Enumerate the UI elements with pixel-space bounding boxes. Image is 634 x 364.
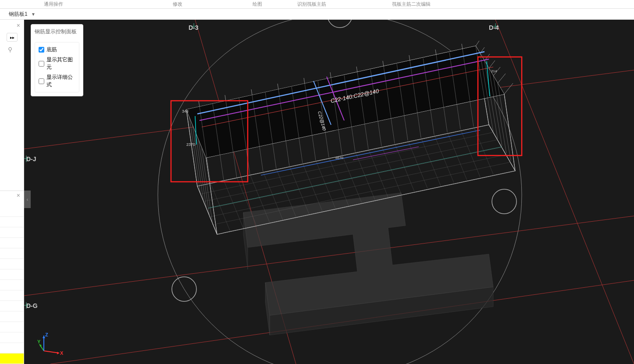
sidebar-top-panel: × ▸▸ ⚲ — [0, 20, 24, 191]
svg-line-68 — [356, 67, 357, 72]
table-row[interactable] — [0, 301, 24, 311]
checkbox-label: 显示详细公式 — [46, 74, 75, 88]
tab-dropdown-icon[interactable]: ▼ — [31, 12, 36, 17]
svg-line-65 — [278, 84, 278, 89]
svg-line-5 — [495, 20, 634, 364]
svg-line-119 — [44, 351, 59, 353]
table-row[interactable] — [0, 259, 24, 269]
svg-line-67 — [330, 72, 331, 78]
svg-line-98 — [447, 132, 467, 180]
checkbox-other-elements[interactable]: 显示其它图元 — [39, 56, 75, 71]
svg-line-66 — [304, 78, 305, 84]
3d-scene: C22-140:C22@140 C22@140 344 2370 8670 21… — [24, 20, 634, 364]
table-row[interactable] — [0, 248, 24, 259]
svg-line-108 — [353, 147, 419, 160]
axis-label-d3: D-3 — [189, 24, 199, 31]
svg-line-94 — [395, 143, 414, 191]
menu-modify[interactable]: 修改 — [173, 1, 182, 7]
svg-line-64 — [251, 89, 252, 95]
menu-general[interactable]: 通用操作 — [44, 1, 63, 7]
svg-marker-120 — [57, 352, 59, 354]
svg-line-90 — [342, 155, 362, 203]
table-row[interactable] — [0, 343, 24, 353]
svg-text:214: 214 — [491, 69, 497, 73]
tab-item[interactable]: 钢筋板1 ▼ — [2, 9, 42, 19]
checkbox-input[interactable] — [39, 47, 44, 53]
axis-label-dg: D-G — [26, 302, 38, 309]
svg-point-1 — [328, 20, 352, 28]
svg-line-97 — [434, 134, 454, 183]
table-row-selected[interactable] — [0, 353, 24, 364]
svg-line-55 — [476, 41, 479, 46]
3d-viewport[interactable]: 钢筋显示控制面板 底筋 显示其它图元 显示详细公式 ‹ D-3 D-4 D-J — [24, 20, 634, 364]
svg-text:X: X — [60, 350, 64, 356]
svg-line-99 — [460, 129, 480, 177]
checkbox-input[interactable] — [39, 78, 44, 84]
menu-draw[interactable]: 绘图 — [253, 1, 262, 7]
axis-gizmo[interactable]: X Y Z — [37, 331, 64, 357]
table-row[interactable] — [0, 206, 24, 217]
checkbox-input[interactable] — [39, 61, 44, 67]
tab-label: 钢筋板1 — [9, 11, 28, 17]
svg-line-71 — [435, 49, 436, 55]
sidebar-bottom-panel: × — [0, 191, 24, 364]
checkbox-label: 显示其它图元 — [46, 56, 75, 71]
svg-line-69 — [383, 61, 384, 67]
table-row[interactable] — [0, 311, 24, 322]
svg-text:2370: 2370 — [186, 142, 195, 147]
axis-label-dj: D-J — [26, 155, 36, 163]
table-row[interactable] — [0, 227, 24, 238]
menu-identify[interactable]: 识别筏板主筋 — [297, 1, 326, 7]
svg-line-70 — [409, 55, 410, 61]
svg-text:344: 344 — [182, 109, 189, 113]
svg-line-63 — [225, 95, 226, 101]
svg-line-72 — [462, 44, 463, 49]
svg-line-61 — [504, 83, 513, 94]
svg-line-60 — [498, 74, 506, 83]
table-row[interactable] — [0, 269, 24, 280]
panel-title: 钢筋显示控制面板 — [35, 28, 79, 38]
svg-text:Y: Y — [37, 339, 41, 344]
svg-text:Z: Z — [45, 332, 48, 337]
collapse-tab[interactable]: ‹ — [24, 191, 31, 208]
checkbox-detailed-formula[interactable]: 显示详细公式 — [39, 74, 75, 88]
checkbox-label: 底筋 — [46, 46, 57, 53]
tab-bar: 钢筋板1 ▼ — [0, 9, 634, 20]
table-row[interactable] — [0, 217, 24, 227]
search-icon[interactable]: ⚲ — [8, 46, 12, 53]
checkbox-bottom-rebar[interactable]: 底筋 — [39, 46, 75, 53]
close-icon[interactable]: × — [17, 22, 20, 29]
svg-line-48 — [504, 94, 515, 171]
table-row[interactable] — [0, 280, 24, 290]
axis-label-d4: D-4 — [489, 24, 499, 31]
table-row[interactable] — [0, 238, 24, 248]
svg-text:8670: 8670 — [335, 156, 343, 160]
table-row[interactable] — [0, 332, 24, 343]
svg-line-80 — [210, 183, 230, 231]
expand-button[interactable]: ▸▸ — [7, 33, 18, 42]
svg-line-62 — [199, 101, 199, 106]
close-icon-2[interactable]: × — [17, 192, 20, 199]
table-row[interactable] — [0, 290, 24, 301]
rebar-display-panel: 钢筋显示控制面板 底筋 显示其它图元 显示详细公式 — [31, 24, 83, 96]
svg-line-100 — [474, 126, 493, 174]
top-menu-bar: 通用操作 修改 绘图 识别筏板主筋 筏板主筋二次编辑 — [0, 0, 634, 9]
svg-point-2 — [492, 189, 516, 214]
svg-line-88 — [316, 160, 335, 209]
table-row[interactable] — [0, 322, 24, 332]
menu-edit[interactable]: 筏板主筋二次编辑 — [392, 1, 431, 7]
left-sidebar: × ▸▸ ⚲ × — [0, 20, 24, 364]
svg-line-54 — [206, 158, 217, 234]
